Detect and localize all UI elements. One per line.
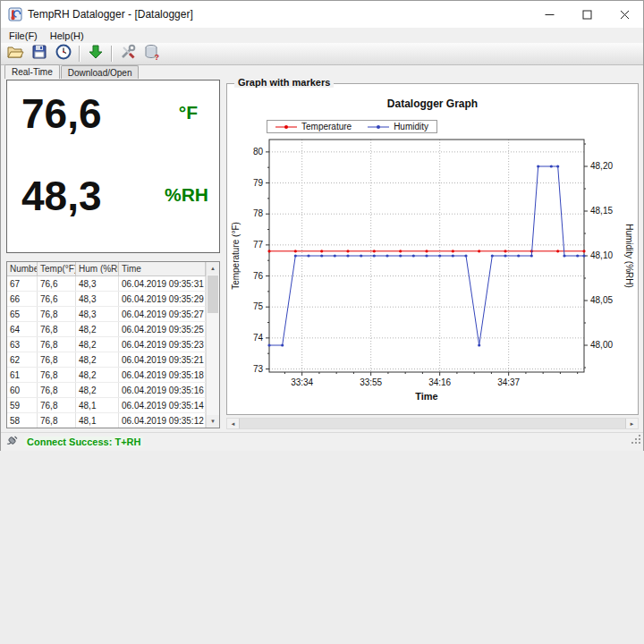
window-controls	[530, 1, 643, 28]
svg-text:75: 75	[253, 301, 264, 311]
table-cell: 65	[7, 307, 38, 321]
connection-icon	[6, 434, 19, 450]
table-cell: 76,6	[38, 292, 76, 306]
table-cell: 64	[7, 322, 38, 336]
table-row[interactable]: 6076,848,206.04.2019 09:35:16	[7, 383, 206, 398]
table-cell: 06.04.2019 09:35:12	[119, 413, 206, 428]
table-row[interactable]: 6676,648,306.04.2019 09:35:29	[7, 292, 206, 307]
table-row[interactable]: 6276,848,206.04.2019 09:35:21	[7, 352, 206, 368]
status-text: Connect Success: T+RH	[24, 436, 143, 447]
svg-text:77: 77	[253, 240, 264, 250]
settings-button[interactable]	[116, 44, 139, 64]
legend-item-humidity: Humidity	[368, 122, 428, 131]
table-row[interactable]: 5976,848,106.04.2019 09:35:14	[7, 398, 206, 413]
legend-marker-icon	[368, 123, 389, 131]
table-cell: 60	[7, 383, 38, 397]
open-folder-icon	[6, 43, 24, 64]
table-cell: 48,3	[76, 276, 119, 291]
table-cell: 06.04.2019 09:35:18	[119, 368, 206, 382]
temperature-unit: °F	[179, 102, 198, 123]
table-cell: 06.04.2019 09:35:14	[119, 398, 206, 412]
open-file-button[interactable]	[4, 44, 26, 64]
app-window: TempRH Datalogger - [Datalogger] File(F)…	[0, 0, 644, 451]
download-arrow-icon	[87, 43, 105, 64]
svg-text:48,20: 48,20	[590, 161, 613, 171]
svg-text:78: 78	[253, 208, 264, 218]
svg-text:Time: Time	[415, 391, 437, 402]
tab-real-time[interactable]: Real-Time	[4, 64, 60, 79]
status-bar: Connect Success: T+RH	[1, 432, 643, 451]
table-cell: 06.04.2019 09:35:31	[119, 276, 206, 291]
table-cell: 06.04.2019 09:35:27	[119, 307, 206, 321]
save-button[interactable]	[28, 44, 50, 64]
svg-text:34:16: 34:16	[428, 377, 451, 387]
export-data-button[interactable]: ?	[140, 44, 163, 64]
h-scroll-thumb[interactable]	[239, 419, 626, 428]
tab-download-open[interactable]: Download/Open	[61, 65, 140, 79]
svg-text:79: 79	[253, 178, 264, 188]
table-row[interactable]: 6576,848,306.04.2019 09:35:27	[7, 307, 206, 322]
svg-text:48,10: 48,10	[590, 250, 613, 260]
graph-panel-title: Graph with markers	[234, 77, 334, 88]
table-cell: 76,8	[38, 307, 76, 321]
scroll-right-button[interactable]: ►	[626, 421, 638, 427]
readout-panel: 76,6 °F 48,3 %RH	[6, 80, 220, 253]
scroll-thumb[interactable]	[208, 275, 218, 313]
table-scrollbar[interactable]: ▲ ▼	[206, 262, 219, 428]
menu-item-helph[interactable]: Help(H)	[44, 30, 90, 42]
data-table: NumberTemp(°F)Hum (%RH)Time 6776,648,306…	[6, 261, 220, 428]
download-button[interactable]	[84, 44, 106, 64]
app-icon	[8, 7, 22, 21]
table-cell: 06.04.2019 09:35:25	[119, 322, 206, 336]
scroll-up-button[interactable]: ▲	[207, 262, 219, 275]
minimize-button[interactable]	[530, 1, 568, 28]
svg-text:34:37: 34:37	[497, 377, 520, 387]
table-row[interactable]: 6776,648,306.04.2019 09:35:31	[7, 276, 206, 292]
svg-text:48,15: 48,15	[590, 206, 613, 216]
window-title: TempRH Datalogger - [Datalogger]	[28, 8, 193, 21]
svg-text:48,05: 48,05	[590, 295, 613, 305]
table-cell: 66	[7, 292, 38, 306]
table-cell: 76,8	[38, 413, 76, 428]
svg-text:76: 76	[253, 271, 264, 281]
table-cell: 06.04.2019 09:35:23	[119, 337, 206, 352]
table-cell: 67	[7, 276, 38, 291]
table-row[interactable]: 6476,848,206.04.2019 09:35:25	[7, 322, 206, 337]
humidity-value: 48,3	[21, 172, 102, 220]
legend-label: Humidity	[394, 122, 428, 131]
table-cell: 63	[7, 337, 38, 352]
temperature-value: 76,6	[21, 89, 102, 138]
humidity-unit: %RH	[165, 184, 208, 206]
table-row[interactable]: 6176,848,206.04.2019 09:35:18	[7, 368, 206, 383]
close-button[interactable]	[606, 1, 643, 28]
table-cell: 48,2	[76, 322, 119, 336]
svg-text:Temperature (°F): Temperature (°F)	[231, 222, 241, 290]
table-cell: 76,8	[38, 368, 76, 382]
menu-bar: File(F)Help(H)	[1, 28, 643, 43]
legend-marker-icon	[275, 123, 297, 131]
table-cell: 76,8	[38, 352, 76, 367]
graph-h-scrollbar[interactable]: ◄ ►	[226, 418, 639, 429]
table-cell: 06.04.2019 09:35:29	[119, 292, 206, 306]
table-cell: 48,1	[76, 398, 119, 412]
table-cell: 61	[7, 368, 38, 382]
toolbar-separator	[79, 46, 80, 62]
table-row[interactable]: 5876,848,106.04.2019 09:35:12	[7, 413, 206, 428]
svg-text:73: 73	[253, 364, 264, 374]
table-cell: 06.04.2019 09:35:21	[119, 352, 206, 367]
resize-grip[interactable]	[631, 432, 641, 448]
scroll-left-button[interactable]: ◄	[227, 421, 239, 427]
maximize-button[interactable]	[568, 1, 606, 28]
scroll-down-button[interactable]: ▼	[207, 415, 219, 428]
table-cell: 76,8	[38, 398, 76, 412]
table-cell: 48,2	[76, 337, 119, 352]
timer-setup-button[interactable]	[52, 44, 74, 64]
menu-item-filef[interactable]: File(F)	[3, 30, 44, 42]
table-row[interactable]: 6376,848,206.04.2019 09:35:23	[7, 337, 206, 352]
floppy-disk-icon	[30, 43, 48, 64]
chart-legend: TemperatureHumidity	[267, 120, 437, 133]
table-cell: 76,8	[38, 337, 76, 352]
table-cell: 58	[7, 413, 38, 428]
header-cell: Hum (%RH)	[76, 262, 119, 275]
table-cell: 48,2	[76, 383, 119, 397]
